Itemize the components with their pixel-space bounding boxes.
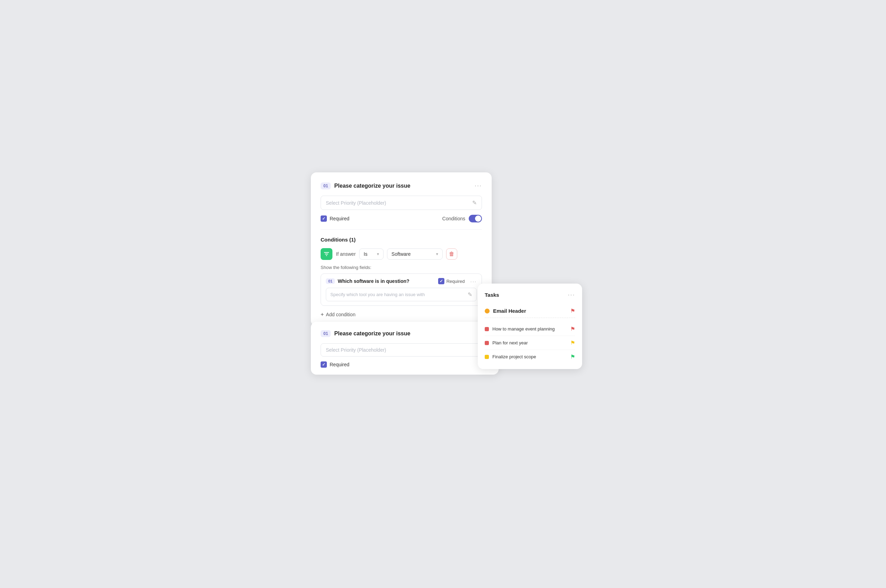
- priority-placeholder: Select Priority (Placeholder): [326, 200, 386, 206]
- task-label-1: How to manage event planning: [493, 326, 567, 332]
- sub-field-row: 01 Which software is in question? Requir…: [321, 273, 482, 306]
- sub-required-row: Required: [438, 278, 465, 284]
- step-badge: 01: [321, 183, 331, 189]
- task-item-3[interactable]: Finalize project scope ⚑: [485, 350, 575, 363]
- task-flag-1: ⚑: [570, 326, 575, 332]
- section-header-left: 01 Please categorize your issue: [321, 183, 410, 189]
- email-header-flag-icon: ⚑: [570, 308, 575, 314]
- add-condition-label: Add condition: [326, 312, 355, 317]
- delete-icon: 🗑: [449, 251, 455, 257]
- svg-rect-1: [325, 254, 328, 254]
- required-conditions-row: Required Conditions: [321, 215, 482, 222]
- task-dot-1: [485, 327, 489, 331]
- operator-chevron-icon: ▾: [377, 252, 379, 256]
- task-dot-3: [485, 355, 489, 359]
- add-condition-button[interactable]: + Add condition: [321, 309, 482, 318]
- sub-field-title: Which software is in question?: [338, 278, 435, 284]
- tasks-more-options-button[interactable]: ···: [568, 291, 575, 298]
- condition-icon: [321, 248, 332, 260]
- conditions-section: Conditions (1) If answer Is ▾ Software: [321, 237, 482, 318]
- operator-dropdown[interactable]: Is ▾: [359, 249, 383, 260]
- sub-field-input[interactable]: Specify which tool you are having an iss…: [326, 288, 477, 301]
- svg-rect-0: [324, 252, 329, 253]
- sub-more-options-button[interactable]: ···: [470, 278, 477, 284]
- task-flag-2: ⚑: [570, 339, 575, 346]
- email-header-title: Email Header: [493, 308, 567, 314]
- section-header-2: 01 Please categorize your issue: [321, 330, 489, 337]
- condition-row: If answer Is ▾ Software ▾ 🗑: [321, 248, 482, 260]
- sub-step-badge: 01: [326, 278, 335, 284]
- form-card-main: 01 Please categorize your issue ··· Sele…: [311, 172, 492, 326]
- more-options-button[interactable]: ···: [475, 182, 482, 189]
- email-header-row: Email Header ⚑: [485, 304, 575, 318]
- task-dot-2: [485, 341, 489, 345]
- edit-icon[interactable]: ✎: [472, 200, 477, 206]
- sub-required-label: Required: [446, 279, 465, 284]
- sub-input-placeholder: Specify which tool you are having an iss…: [330, 292, 425, 297]
- priority-placeholder-2: Select Priority (Placeholder): [326, 347, 386, 353]
- if-answer-label: If answer: [336, 251, 356, 257]
- conditions-toggle[interactable]: [469, 215, 482, 222]
- sub-field-header: 01 Which software is in question? Requir…: [326, 278, 477, 284]
- tasks-header: Tasks ···: [485, 291, 575, 298]
- required-label: Required: [330, 216, 350, 221]
- priority-input-field[interactable]: Select Priority (Placeholder) ✎: [321, 196, 482, 210]
- divider: [321, 230, 482, 230]
- conditions-label: Conditions: [442, 216, 465, 221]
- section-title-2: Please categorize your issue: [334, 330, 410, 337]
- section-header-left-2: 01 Please categorize your issue: [321, 330, 410, 337]
- sub-edit-icon[interactable]: ✎: [468, 291, 472, 298]
- tasks-panel: Tasks ··· Email Header ⚑ How to manage e…: [478, 284, 582, 369]
- required-checkbox[interactable]: [321, 216, 327, 222]
- operator-value: Is: [364, 251, 368, 257]
- answer-dropdown[interactable]: Software ▾: [387, 249, 443, 260]
- tasks-title: Tasks: [485, 292, 499, 298]
- plus-icon: +: [321, 311, 324, 318]
- show-fields-label: Show the following fields:: [321, 265, 482, 270]
- priority-input-field-2[interactable]: Select Priority (Placeholder): [321, 344, 489, 357]
- required-checkbox-2[interactable]: [321, 362, 327, 368]
- section-header: 01 Please categorize your issue ···: [321, 182, 482, 189]
- task-flag-3: ⚑: [570, 353, 575, 360]
- svg-rect-2: [326, 255, 327, 256]
- email-header-dot: [485, 309, 490, 314]
- answer-value: Software: [392, 251, 411, 257]
- conditions-section-title: Conditions (1): [321, 237, 482, 243]
- sub-required-checkbox[interactable]: [438, 278, 445, 284]
- task-item-1[interactable]: How to manage event planning ⚑: [485, 322, 575, 336]
- section-title: Please categorize your issue: [334, 183, 410, 189]
- form-card-secondary: 01 Please categorize your issue Select P…: [311, 322, 499, 375]
- answer-chevron-icon: ▾: [436, 252, 438, 256]
- delete-condition-button[interactable]: 🗑: [446, 249, 457, 260]
- task-item-2[interactable]: Plan for next year ⚑: [485, 336, 575, 350]
- filter-icon: [323, 251, 330, 257]
- task-label-3: Finalize project scope: [493, 354, 567, 359]
- conditions-right: Conditions: [442, 215, 482, 222]
- required-left: Required: [321, 216, 350, 222]
- task-label-2: Plan for next year: [493, 340, 567, 345]
- step-badge-2: 01: [321, 330, 331, 337]
- required-left-2: Required: [321, 362, 489, 368]
- required-label-2: Required: [330, 362, 350, 368]
- toggle-knob: [475, 216, 481, 222]
